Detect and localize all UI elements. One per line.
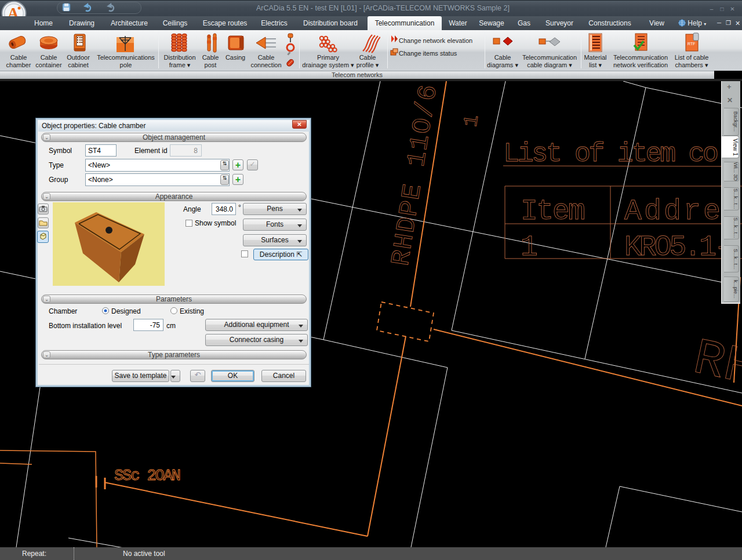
svg-text:Item: Item: [521, 195, 585, 228]
svg-text:List of item co: List of item co: [503, 139, 719, 169]
svg-text:1: 1: [460, 113, 483, 128]
svg-text:RH: RH: [689, 330, 742, 399]
svg-text:RTF: RTF: [688, 42, 695, 46]
svg-text:RHDPE 11O/6: RHDPE 11O/6: [386, 83, 444, 268]
svg-text:KRO5.1-: KRO5.1-: [624, 231, 732, 264]
svg-text:SSc 2OAN: SSc 2OAN: [114, 467, 181, 485]
svg-text:1: 1: [521, 231, 538, 264]
